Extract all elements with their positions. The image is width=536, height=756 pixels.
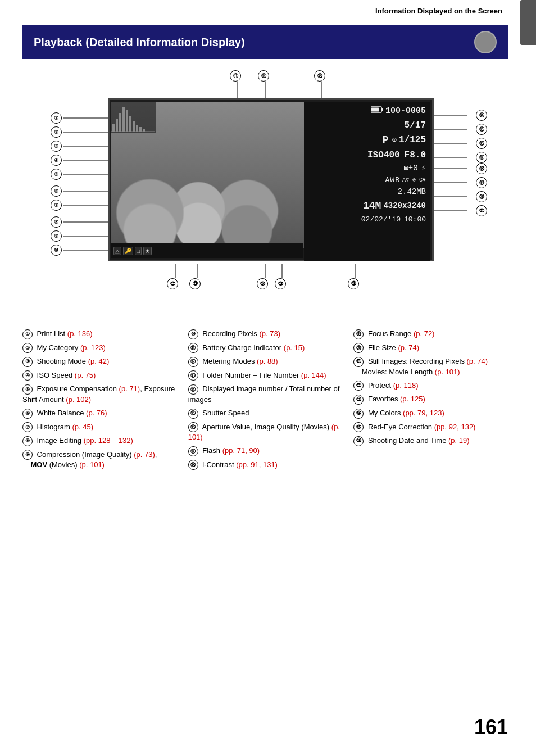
legend-item-16: ⑯ Aperture Value, Image Quality (Movies)…	[188, 422, 343, 443]
callout-26: ㉖	[348, 278, 359, 289]
callout-20: ⑳	[476, 191, 487, 202]
legend-col-2: ⑩ Recording Pixels (p. 73) ⑪ Battery Cha…	[188, 329, 343, 473]
monitor-icon: □	[135, 247, 142, 255]
legend-item-15: ⑮ Shutter Speed	[188, 408, 343, 419]
callout-24: ㉔	[257, 278, 268, 289]
diagram-container: 100-0005 5/17 P ⊙ 1/125 ISO400 F8.0	[24, 70, 507, 306]
legend-item-3: ③ Shooting Mode (p. 42)	[22, 356, 177, 367]
callout-8: ⑧	[51, 216, 62, 228]
legend-item-10: ⑩ Recording Pixels (p. 73)	[188, 329, 343, 339]
callout-4: ④	[51, 155, 62, 166]
metering-icon: ⊙	[392, 134, 397, 146]
legend-col-1: ① Print List (p. 136) ② My Category (p. …	[22, 329, 177, 473]
svg-rect-33	[136, 125, 138, 132]
legend-item-6: ⑥ White Balance (p. 76)	[22, 408, 177, 419]
callout-11: ⑪	[230, 70, 241, 82]
filesize-row: 2.42MB	[308, 186, 426, 198]
legend-item-11: ⑪ Battery Charge Indicator (p. 15)	[188, 343, 343, 354]
legend-item-4: ④ ISO Speed (p. 75)	[22, 370, 177, 381]
legend-item-2: ② My Category (p. 123)	[22, 343, 177, 354]
histogram-display	[111, 102, 156, 133]
svg-rect-35	[143, 129, 145, 132]
folder-file-number: 100-0005	[385, 105, 426, 118]
callout-18: ⑱	[476, 163, 487, 174]
svg-rect-38	[371, 108, 379, 112]
callout-17: ⑰	[476, 152, 487, 163]
callout-15: ⑮	[476, 124, 487, 135]
star-icon: ★	[143, 247, 152, 255]
svg-rect-26	[112, 124, 115, 132]
mode-shutter-row: P ⊙ 1/125	[308, 133, 426, 148]
ev-display: ⊠±0	[403, 162, 417, 174]
datetime-row: 02/02/'10 10:00	[308, 214, 426, 225]
date-display: 02/02/'10	[361, 214, 401, 225]
legend-item-14: ⑭ Displayed image number / Total number …	[188, 384, 343, 405]
print-list-icon: △	[113, 247, 121, 255]
svg-rect-30	[126, 110, 128, 132]
callout-23: ㉓	[189, 278, 201, 289]
iso-aperture-row: ISO400 F8.0	[308, 148, 426, 162]
legend-area: ① Print List (p. 136) ② My Category (p. …	[22, 329, 508, 473]
screen-bottom-bar: △ 🔑 □ ★	[111, 243, 303, 258]
legend-item-24: ㉔ My Colors (pp. 79, 123)	[353, 408, 508, 419]
callout-22: ㉒	[167, 278, 178, 289]
battery-indicator	[371, 106, 383, 116]
ev-flash-row: ⊠±0 ⚡	[308, 162, 426, 174]
callout-5: ⑤	[51, 169, 62, 180]
screen-info-panel: 100-0005 5/17 P ⊙ 1/125 ISO400 F8.0	[304, 102, 430, 261]
shooting-mode: P	[383, 133, 389, 148]
awb-display: AWB	[385, 175, 400, 186]
time-display: 10:00	[404, 214, 426, 225]
legend-item-23: ㉓ Favorites (p. 125)	[353, 394, 508, 405]
svg-rect-39	[381, 108, 383, 111]
section-icon	[474, 31, 497, 53]
legend-item-1: ① Print List (p. 136)	[22, 329, 177, 339]
legend-item-5: ⑤ Exposure Compensation (p. 71), Exposur…	[22, 384, 177, 405]
callout-19: ⑲	[476, 177, 487, 188]
camera-screen: 100-0005 5/17 P ⊙ 1/125 ISO400 F8.0	[108, 98, 434, 261]
resolution: 4320x3240	[383, 200, 426, 212]
legend-item-13: ⑬ Folder Number – File Number (p. 144)	[188, 370, 343, 381]
key-icon: 🔑	[123, 247, 133, 255]
legend-item-21: ㉑ Still Images: Recording Pixels (p. 74)…	[353, 356, 508, 377]
callout-1: ①	[51, 112, 62, 124]
svg-rect-27	[116, 119, 118, 132]
legend-item-17: ⑰ Flash (pp. 71, 90)	[188, 446, 343, 456]
legend-item-26: ㉖ Shooting Date and Time (p. 19)	[353, 436, 508, 446]
legend-item-7: ⑦ Histogram (p. 45)	[22, 422, 177, 433]
page-number: 161	[474, 716, 508, 739]
callout-6: ⑥	[51, 185, 62, 197]
image-count: 5/17	[405, 119, 426, 132]
legend-col-3: ⑲ Focus Range (p. 72) ⑳ File Size (p. 74…	[353, 329, 508, 473]
aperture-display: F8.0	[405, 148, 426, 162]
svg-rect-31	[129, 116, 131, 132]
iso-display: ISO400	[367, 148, 400, 162]
legend-item-8: ⑧ Image Editing (pp. 128 – 132)	[22, 436, 177, 446]
section-header: Playback (Detailed Information Display)	[22, 25, 508, 59]
callout-12: ⑫	[258, 70, 269, 82]
battery-icon	[371, 106, 383, 113]
page-tab	[520, 0, 536, 45]
flash-icon: ⚡	[421, 162, 426, 174]
svg-rect-34	[139, 127, 142, 132]
section-title: Playback (Detailed Information Display)	[34, 36, 245, 49]
legend-item-18: ⑱ i-Contrast (pp. 91, 131)	[188, 460, 343, 470]
callout-13: ⑬	[314, 70, 325, 82]
callout-25: ㉕	[275, 278, 286, 289]
shutter-speed: 1/125	[399, 133, 426, 147]
awb-row: AWB A▽ ⊕ C♥	[308, 175, 426, 186]
callout-7: ⑦	[51, 200, 62, 211]
callout-3: ③	[51, 141, 62, 152]
callout-2: ②	[51, 126, 62, 138]
legend-item-22: ㉒ Protect (p. 118)	[353, 381, 508, 391]
image-count-row: 5/17	[308, 119, 426, 132]
file-size: 2.42MB	[398, 186, 426, 198]
resolution-row: 14M 4320x3240	[308, 198, 426, 214]
svg-rect-29	[122, 107, 125, 132]
page-header: Information Displayed on the Screen	[0, 0, 536, 20]
svg-rect-28	[119, 113, 121, 132]
main-content: Playback (Detailed Information Display)	[0, 20, 536, 485]
callout-16: ⑯	[476, 138, 487, 149]
wb-mode-icons: A▽ ⊕ C♥	[402, 176, 426, 184]
callout-9: ⑨	[51, 230, 62, 242]
